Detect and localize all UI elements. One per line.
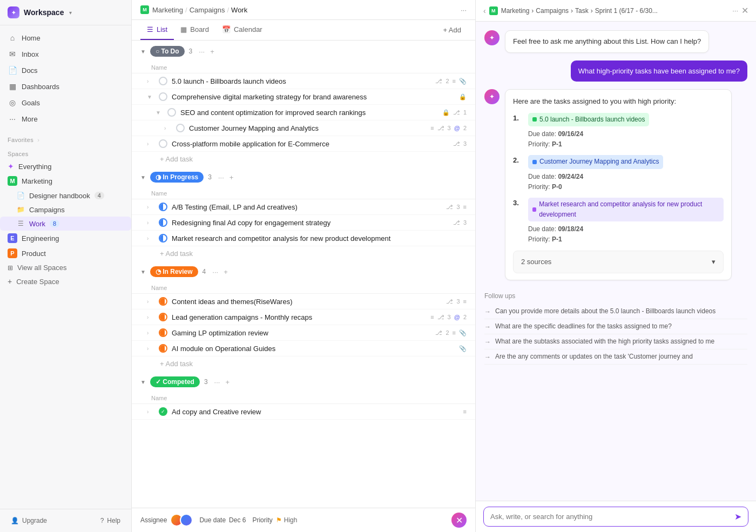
work-label: Work	[29, 220, 45, 228]
task-name: Ad copy and Creative review	[172, 408, 463, 416]
task-meta: ⎇3	[453, 140, 467, 147]
task-name: Gaming LP optimization review	[172, 329, 435, 337]
sidebar-item-more[interactable]: ··· More	[3, 111, 128, 127]
sidebar-item-home[interactable]: ⌂ Home	[3, 30, 128, 46]
desc-icon: ≡	[463, 408, 467, 415]
task-meta: ≡ ⎇3 @2	[430, 125, 467, 132]
task-status-circle	[159, 77, 167, 85]
task-status-circle	[159, 139, 167, 148]
inreview-add[interactable]: +	[224, 268, 228, 276]
ai-send-button[interactable]: ➤	[734, 511, 741, 522]
sidebar-space-engineering[interactable]: E Engineering	[0, 231, 131, 246]
sidebar-item-goals[interactable]: ◎ Goals	[3, 95, 128, 111]
todo-add[interactable]: +	[210, 48, 214, 56]
task-row[interactable]: ▼ SEO and content optimization for impro…	[132, 105, 475, 120]
subtask-icon: ⎇	[435, 329, 442, 336]
task-row[interactable]: › Gaming LP optimization review ⎇2 ≡ 📎	[132, 325, 475, 341]
sidebar-item-docs[interactable]: 📄 Docs	[3, 62, 128, 78]
task-row[interactable]: › Market research and competitor analysi…	[132, 231, 475, 246]
breadcrumb-work[interactable]: Work	[231, 6, 247, 14]
inprogress-toggle[interactable]: ▼	[140, 174, 146, 180]
sidebar-item-everything[interactable]: ✦ Everything	[0, 159, 131, 173]
followup-item[interactable]: → Can you provide more details about the…	[484, 304, 747, 319]
workspace-header[interactable]: ✦ Workspace ▾	[0, 0, 131, 25]
inreview-add-task[interactable]: + Add task	[132, 356, 475, 371]
ai-back-icon[interactable]: ‹	[483, 6, 486, 15]
sidebar-nav: ⌂ Home ✉ Inbox 📄 Docs ▦ Dashboards ◎ Goa…	[0, 25, 131, 131]
ai-bc-campaigns: Campaigns	[536, 7, 569, 15]
view-all-spaces[interactable]: ⊞ View all Spaces	[0, 261, 131, 274]
followup-item[interactable]: → What are the subtasks associated with …	[484, 334, 747, 349]
sidebar-space-marketing[interactable]: M Marketing	[0, 173, 131, 188]
topbar-more-icon[interactable]: ···	[461, 6, 467, 14]
sources-label: 2 sources	[521, 257, 551, 268]
task-list: ▼ ○ To Do 3 ··· + Name › 5.0 launch - Bi…	[132, 41, 475, 508]
task-row[interactable]: › Lead generation campaigns - Monthly re…	[132, 309, 475, 325]
todo-add-task[interactable]: + Add task	[132, 152, 475, 166]
task-row[interactable]: › Redesigning final Ad copy for engageme…	[132, 215, 475, 231]
sidebar-space-product[interactable]: P Product	[0, 246, 131, 261]
ai-fab-button[interactable]: ✕	[451, 513, 467, 528]
ai-task-3-details: Due date: 09/18/24 Priority: P-1	[528, 224, 724, 245]
task-row[interactable]: › Content ideas and themes(RiseWares) ⎇3…	[132, 294, 475, 309]
tab-add[interactable]: + Add	[437, 22, 467, 38]
inprogress-dots[interactable]: ···	[218, 173, 224, 181]
ai-initial-message: ✦ Feel free to ask me anything about thi…	[484, 30, 747, 53]
tab-list[interactable]: ☰ List	[140, 20, 174, 40]
product-space-icon: P	[8, 248, 17, 258]
ai-dots-icon[interactable]: ···	[732, 6, 738, 15]
task-chevron-icon: ›	[147, 204, 154, 210]
subtask-count: 2	[446, 329, 449, 336]
ai-marketing-icon: M	[489, 6, 498, 15]
tab-board[interactable]: ▦ Board	[174, 20, 215, 40]
sidebar-item-campaigns[interactable]: 📁 Campaigns	[0, 203, 131, 217]
followup-item[interactable]: → What are the specific deadlines for th…	[484, 319, 747, 334]
followup-text: What are the specific deadlines for the …	[495, 322, 672, 330]
document-icon: 📄	[16, 191, 25, 200]
ai-close-icon[interactable]: ✕	[741, 5, 748, 16]
task-row[interactable]: › ✓ Ad copy and Creative review ≡	[132, 404, 475, 420]
users-count: 2	[463, 314, 467, 320]
ai-bc-sep1: ›	[531, 7, 534, 15]
create-space-button[interactable]: + Create Space	[0, 274, 131, 288]
inprogress-add-task[interactable]: + Add task	[132, 246, 475, 261]
task-meta: ≡	[463, 408, 467, 415]
followups-section: Follow ups → Can you provide more detail…	[484, 292, 747, 365]
upgrade-button[interactable]: 👤 Upgrade	[8, 515, 50, 527]
completed-dots[interactable]: ···	[214, 378, 220, 386]
task-row[interactable]: ▼ Comprehensive digital marketing strate…	[132, 89, 475, 105]
breadcrumb-marketing[interactable]: Marketing	[152, 6, 183, 14]
inreview-count: 4	[202, 268, 206, 275]
todo-dots[interactable]: ···	[199, 48, 205, 56]
breadcrumb: Marketing / Campaigns / Work	[152, 6, 247, 14]
breadcrumb-campaigns[interactable]: Campaigns	[190, 6, 225, 14]
sidebar-item-more-label: More	[22, 115, 38, 123]
task-row[interactable]: › Cross-platform mobile application for …	[132, 136, 475, 152]
desc-icon: ≡	[463, 298, 467, 305]
sources-bar[interactable]: 2 sources ▾	[513, 251, 724, 274]
sidebar-item-designer-handbook[interactable]: 📄 Designer handbook 4	[0, 188, 131, 203]
todo-badge: ○ To Do	[150, 46, 185, 57]
task-row[interactable]: › AI module on Operational Guides 📎	[132, 341, 475, 356]
ai-topbar: ‹ M Marketing › Campaigns › Task › Sprin…	[476, 0, 756, 22]
tab-calendar[interactable]: 📅 Calendar	[215, 20, 269, 40]
ai-task-1: 1. 5.0 launch - Billboards launch videos…	[513, 113, 724, 150]
sidebar-item-work[interactable]: ☰ Work 8	[0, 217, 131, 231]
ai-bc-sprint: Sprint 1 (6/17 - 6/30...	[595, 7, 658, 15]
task-row[interactable]: › 5.0 launch - Billboards launch videos …	[132, 73, 475, 89]
inreview-dots[interactable]: ···	[212, 268, 218, 276]
task-row[interactable]: › Customer Journey Mapping and Analytics…	[132, 120, 475, 136]
inprogress-add[interactable]: +	[230, 173, 234, 181]
completed-add[interactable]: +	[225, 378, 230, 386]
todo-toggle[interactable]: ▼	[140, 49, 146, 55]
sidebar-item-dashboards[interactable]: ▦ Dashboards	[3, 78, 128, 95]
task-row[interactable]: › A/B Testing (Email, LP and Ad creative…	[132, 199, 475, 215]
inreview-toggle[interactable]: ▼	[140, 269, 146, 275]
task-chevron-icon: ›	[147, 235, 154, 241]
help-button[interactable]: ? Help	[97, 515, 124, 527]
followup-item[interactable]: → Are the any comments or updates on the…	[484, 349, 747, 365]
ai-input[interactable]	[490, 513, 730, 521]
sidebar-item-inbox[interactable]: ✉ Inbox	[3, 46, 128, 62]
completed-toggle[interactable]: ▼	[140, 379, 146, 385]
subtask-count: 1	[463, 109, 467, 116]
